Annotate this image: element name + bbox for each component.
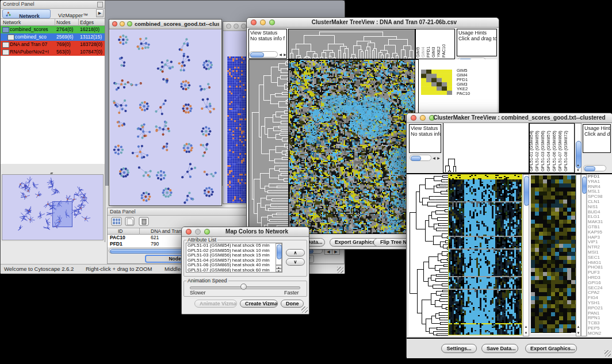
heatmap-panel	[448, 174, 522, 335]
minimize-icon[interactable]	[195, 229, 201, 235]
close-icon[interactable]	[411, 115, 416, 121]
network-nodes: 563(0)	[56, 49, 71, 55]
move-up-button[interactable]: ∧	[286, 249, 305, 256]
network-icon	[2, 42, 9, 48]
view-status-box: View Status No status info f	[409, 124, 441, 153]
col-id[interactable]: ID	[118, 228, 123, 234]
dialog-titlebar[interactable]: Map Colors to Network	[182, 227, 309, 237]
row-dendrogram[interactable]	[408, 174, 448, 336]
usage-hints-text: Click and drag tc	[458, 36, 495, 41]
column-scrollbar[interactable]: ▲ ▼	[575, 123, 582, 173]
gene-name[interactable]: MON2	[588, 331, 612, 336]
minimize-icon[interactable]	[420, 115, 426, 121]
col-nodes[interactable]: Nodes	[56, 20, 71, 25]
inner-window-titlebar[interactable]: combined_scores_good.txt--cluste...	[109, 20, 221, 29]
minimize-icon[interactable]	[260, 20, 266, 25]
tab-network[interactable]: Network	[2, 9, 51, 18]
gene-list-scrollbar[interactable]	[581, 174, 587, 336]
close-icon[interactable]	[226, 24, 231, 29]
minimize-icon[interactable]	[234, 24, 239, 29]
col-edges[interactable]: Edges	[80, 20, 94, 25]
move-down-button[interactable]: ∨	[286, 258, 305, 266]
summary-heatmap[interactable]	[421, 70, 452, 95]
zoom-window-icon[interactable]	[241, 24, 246, 29]
export-graphics-button[interactable]: Export Graphics...	[330, 238, 380, 247]
network-table-header[interactable]: Network Nodes Edges	[1, 18, 105, 26]
scroll-down-icon[interactable]: ▼	[276, 269, 282, 272]
resize-grip[interactable]	[337, 267, 343, 273]
row-dendrogram-panel	[408, 174, 448, 336]
treeview1-titlebar[interactable]: ClusterMaker TreeView : DNA and Tran 07-…	[247, 18, 499, 28]
network-overview-panel[interactable]	[2, 174, 104, 240]
save-data-button[interactable]: Save Data...	[481, 344, 518, 353]
gene-value: 790	[151, 241, 159, 247]
scroll-down-icon[interactable]: ▼	[576, 331, 580, 335]
minimize-icon[interactable]	[120, 21, 125, 26]
network-table-row[interactable]: combined_sco 2569(6) 13112(15)	[1, 33, 105, 41]
control-panel-tabs: Network VizMapper™ ▶	[1, 9, 105, 18]
attribute-list-scrollbar[interactable]	[276, 243, 282, 265]
attribute-list-label: Attribute List	[186, 237, 217, 243]
select-attributes-icon[interactable]	[111, 217, 123, 227]
network-table-row[interactable]: RNAPuberNov2+I 563(0) 107847(0)	[1, 48, 105, 56]
global-heatmap[interactable]	[449, 175, 522, 335]
scroll-left-icon[interactable]: ◀	[432, 156, 436, 160]
scroll-right-icon[interactable]: ▶	[283, 52, 287, 57]
float-panel-icon[interactable]	[97, 2, 103, 7]
treeview2-titlebar[interactable]: ClusterMaker TreeView : combined_scores_…	[407, 113, 612, 123]
scroll-down-icon[interactable]: ▼	[523, 331, 529, 335]
matrix-network-view[interactable]	[227, 56, 248, 203]
export-graphics-button[interactable]: Export Graphics...	[525, 344, 577, 353]
scrollbar-thumb[interactable]	[524, 176, 529, 206]
scroll-up-icon[interactable]: ▲	[575, 163, 581, 167]
scroll-down-icon[interactable]: ▼	[575, 168, 581, 173]
row-dendrogram[interactable]	[249, 60, 288, 233]
zoom-heatmap[interactable]	[531, 175, 576, 333]
resize-grip[interactable]	[301, 306, 308, 313]
scroll-up-icon[interactable]: ▲	[523, 324, 529, 329]
col-network[interactable]: Network	[3, 20, 21, 25]
zoom-vscrollbar[interactable]: ▲ ▼	[576, 174, 581, 336]
treeview1-title: ClusterMaker TreeView : DNA and Tran 07-…	[273, 19, 495, 25]
usage-hints-scrollbar[interactable]	[583, 165, 606, 171]
delete-attribute-icon[interactable]	[139, 217, 150, 227]
settings-button[interactable]: Settings...	[441, 344, 477, 353]
tab-vizmapper[interactable]: VizMapper™	[51, 9, 95, 17]
network-icon	[2, 49, 9, 55]
scrollbar-thumb[interactable]	[582, 177, 587, 194]
row-label: PAC10	[457, 91, 495, 96]
animate-vizmap-button[interactable]: Animate Vizmap	[194, 300, 237, 308]
global-heatmap[interactable]	[289, 60, 415, 233]
resize-grip[interactable]	[605, 350, 611, 357]
zoom-window-icon[interactable]	[127, 21, 132, 26]
panel-resize-handle[interactable]: ▰	[50, 171, 53, 175]
scroll-left-icon[interactable]: ◀	[278, 52, 282, 57]
column-dendrogram[interactable]	[443, 123, 529, 172]
close-icon[interactable]	[251, 20, 257, 25]
close-icon[interactable]	[112, 21, 117, 26]
view-status-text: No status info f	[411, 131, 439, 137]
heatmap-vscrollbar[interactable]: ▲ ▼	[523, 174, 529, 336]
slower-label: Slower	[190, 290, 206, 296]
tabs-overflow-arrow[interactable]: ▶	[96, 9, 104, 17]
usage-hints-text: Click and drag to	[584, 131, 609, 137]
view-status-scrollbar[interactable]	[410, 155, 431, 161]
column-dendrogram[interactable]	[289, 29, 415, 59]
scroll-up-icon[interactable]: ▲	[576, 324, 580, 329]
scrollbar-thumb[interactable]	[277, 244, 282, 259]
new-attribute-icon[interactable]	[125, 217, 136, 227]
scroll-right-icon[interactable]: ▶	[437, 156, 441, 160]
animation-speed-slider-thumb[interactable]	[240, 283, 247, 290]
network-tab-icon	[6, 12, 11, 17]
network-table-row[interactable]: combined_scores 2764(0) 16218(0)	[1, 26, 105, 33]
done-button[interactable]: Done	[281, 300, 304, 308]
attribute-list-item[interactable]: GPL51-07 (GSM868) heat shock 60 min	[186, 268, 282, 273]
create-vizmap-button[interactable]: Create Vizmap	[240, 300, 278, 308]
column-label: GPL51-02 (GSM855)	[534, 131, 540, 171]
overview-minimap[interactable]	[2, 175, 103, 240]
network-table-row[interactable]: DNA and Tran 07 769(0) 183728(0)	[1, 41, 105, 48]
network-graph-view[interactable]	[110, 29, 221, 205]
close-icon[interactable]	[186, 229, 192, 235]
view-status-scrollbar[interactable]	[249, 51, 278, 58]
network-nodes: 2569(6)	[56, 34, 73, 40]
